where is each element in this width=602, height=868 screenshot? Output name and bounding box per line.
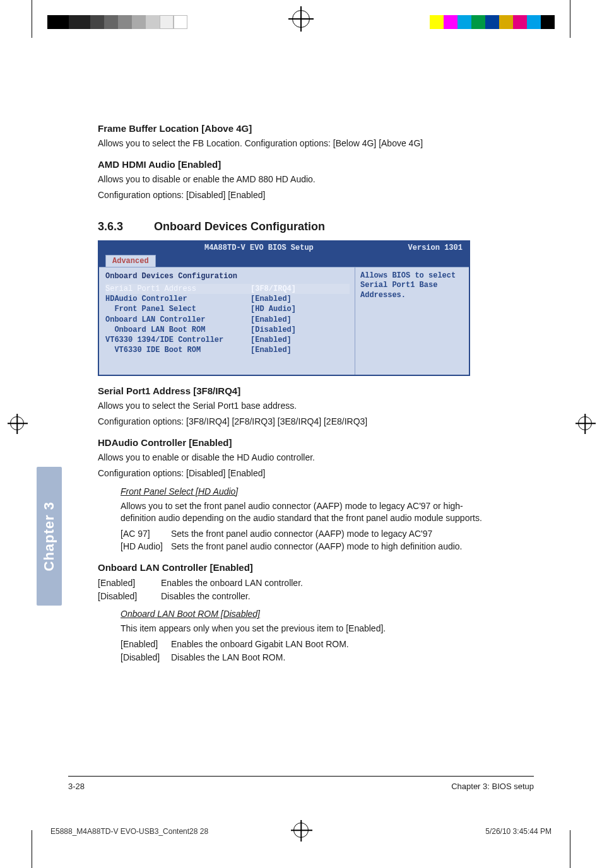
reg-swatch [430,15,444,29]
heading-serial-port1: Serial Port1 Address [3F8/IRQ4] [98,385,489,397]
option-key: [Disabled] [98,590,161,602]
crosshair-icon [578,416,592,430]
print-timestamp: 5/26/10 3:45:44 PM [485,826,552,836]
bios-setting-row[interactable]: Front Panel Select[HD Audio] [105,304,350,314]
option-value: Enables the onboard LAN controller. [161,577,489,589]
registration-marks [0,15,602,34]
subheading-lan-boot-rom: Onboard LAN Boot ROM [Disabled] [121,608,489,620]
bios-setting-name: Onboard LAN Controller [105,315,251,325]
option-value: Disables the controller. [161,590,489,602]
option-row: [Enabled]Enables the onboard LAN control… [98,577,489,589]
bios-tab-advanced[interactable]: Advanced [105,255,156,267]
bios-subpanel-title: Onboard Devices Configuration [105,271,350,281]
bios-setting-name: Serial Port1 Address [105,284,251,294]
reg-swatch [146,15,160,29]
bios-version: Version 1301 [408,243,463,253]
bios-setting-name: Onboard LAN Boot ROM [105,325,251,335]
bios-setting-name: VT6330 IDE Boot ROM [105,345,251,355]
bios-setting-row[interactable]: Serial Port1 Address[3F8/IRQ4] [105,284,350,294]
reg-swatch [513,15,527,29]
bios-title: M4A88TD-V EVO BIOS Setup [204,243,314,253]
option-value: Disables the LAN Boot ROM. [171,652,489,664]
bios-setting-value: [Enabled] [251,315,292,325]
page-content: Frame Buffer Location [Above 4G] Allows … [98,114,489,665]
bios-setting-value: [Enabled] [251,335,292,345]
reg-swatch [471,15,485,29]
text: Allows you to select the FB Location. Co… [98,138,489,150]
bios-setting-name: Front Panel Select [105,304,251,314]
reg-swatch [90,15,104,29]
bios-setting-value: [HD Audio] [251,304,296,314]
section-title: Onboard Devices Configuration [154,220,325,233]
bios-panel: . M4A88TD-V EVO BIOS Setup Version 1301 … [98,240,470,375]
option-row: [Disabled]Disables the LAN Boot ROM. [121,652,489,664]
option-key: [AC 97] [121,528,171,540]
bios-setting-row[interactable]: Onboard LAN Controller[Enabled] [105,315,350,325]
bios-setting-name: HDAudio Controller [105,294,251,304]
bios-setting-value: [3F8/IRQ4] [251,284,296,294]
bios-setting-value: [Disabled] [251,325,296,335]
heading-hdaudio: HDAudio Controller [Enabled] [98,437,489,449]
reg-swatch [118,15,132,29]
option-key: [Enabled] [121,638,171,650]
crosshair-icon [293,823,309,838]
reg-swatch [485,15,499,29]
option-value: Enables the onboard Gigabit LAN Boot ROM… [171,638,489,650]
crosshair-icon [292,10,310,28]
heading-onboard-lan: Onboard LAN Controller [Enabled] [98,561,489,574]
page-footer: 3-28 Chapter 3: BIOS setup [68,781,534,792]
option-row: [Enabled]Enables the onboard Gigabit LAN… [121,638,489,650]
reg-swatch [160,15,174,29]
print-slug: E5888_M4A88TD-V EVO-USB3_Content28 28 5/… [50,826,552,836]
reg-swatch [499,15,513,29]
option-row: [AC 97]Sets the front panel audio connec… [121,528,489,540]
reg-swatch [527,15,541,29]
option-row: [Disabled]Disables the controller. [98,590,489,602]
print-file: E5888_M4A88TD-V EVO-USB3_Content28 28 [50,826,208,836]
option-value: Sets the front panel audio connector (AA… [171,541,489,553]
bios-setting-value: [Enabled] [251,345,292,355]
reg-swatch [444,15,457,29]
heading-amd-hdmi-audio: AMD HDMI Audio [Enabled] [98,158,489,171]
option-key: [HD Audio] [121,541,171,553]
bios-setting-row[interactable]: Onboard LAN Boot ROM[Disabled] [105,325,350,335]
reg-swatch [457,15,471,29]
bios-setting-row[interactable]: VT6330 IDE Boot ROM[Enabled] [105,345,350,355]
section-number: 3.6.3 [98,219,151,234]
text: This item appears only when you set the … [121,623,489,635]
bios-setting-name: VT6330 1394/IDE Controller [105,335,251,345]
option-key: [Disabled] [121,652,171,664]
text: Allows you to select the Serial Port1 ba… [98,400,489,412]
heading-frame-buffer: Frame Buffer Location [Above 4G] [98,122,489,135]
text: Allows you to set the front panel audio … [121,500,489,524]
text: Configuration options: [Disabled] [Enabl… [98,467,489,479]
text: Configuration options: [3F8/IRQ4] [2F8/I… [98,416,489,428]
reg-swatch [541,15,555,29]
text: Allows you to disable or enable the AMD … [98,173,489,185]
footer-rule [68,776,534,777]
chapter-label: Chapter 3: BIOS setup [451,781,534,792]
option-row: [HD Audio]Sets the front panel audio con… [121,541,489,553]
text: Configuration options: [Disabled] [Enabl… [98,189,489,201]
chapter-tab: Chapter 3 [37,467,62,606]
crosshair-icon [10,416,24,430]
reg-swatch [69,15,90,29]
page-number: 3-28 [68,781,85,792]
reg-swatch [104,15,118,29]
reg-swatch [132,15,146,29]
text: Allows you to enable or disable the HD A… [98,452,489,464]
bios-setting-value: [Enabled] [251,294,292,304]
option-key: [Enabled] [98,577,161,589]
reg-swatch [174,15,187,29]
option-value: Sets the front panel audio connector (AA… [171,528,489,540]
reg-swatch [47,15,69,29]
bios-setting-row[interactable]: HDAudio Controller[Enabled] [105,294,350,304]
bios-setting-row[interactable]: VT6330 1394/IDE Controller[Enabled] [105,335,350,345]
subheading-front-panel: Front Panel Select [HD Audio] [121,486,489,498]
bios-help-text: Allows BIOS to select Serial Port1 Base … [360,271,464,301]
